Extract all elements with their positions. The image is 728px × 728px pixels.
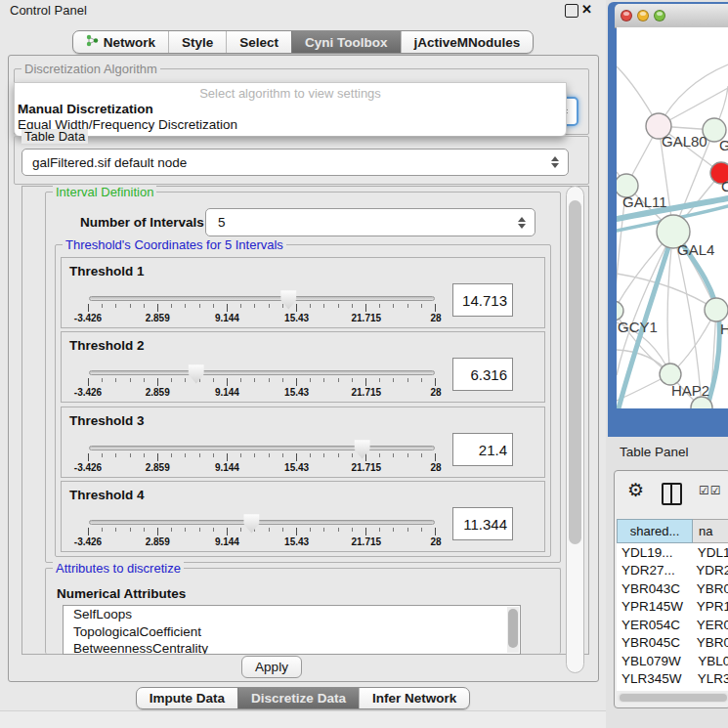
numerical-attributes-list[interactable]: SelfLoopsTopologicalCoefficientBetweenne…: [63, 605, 521, 655]
threshold-4-slider-track[interactable]: [89, 520, 435, 525]
tab-label: jActiveMNodules: [414, 35, 521, 50]
cell-shared-name[interactable]: YBR045C: [617, 635, 691, 650]
close-light-icon[interactable]: [621, 10, 632, 21]
control-panel-titlebar: Control Panel ✕: [0, 0, 606, 23]
tab-discretize-data[interactable]: Discretize Data: [237, 688, 359, 708]
combo-stepper-icon: [551, 156, 559, 168]
tab-style[interactable]: Style: [168, 31, 226, 53]
tick-label: 2.859: [146, 462, 170, 473]
tab-jactivemnodules[interactable]: jActiveMNodules: [401, 31, 534, 53]
cell-shared-name[interactable]: YDL19...: [617, 545, 692, 560]
attributes-scrollbar-thumb[interactable]: [508, 609, 518, 648]
tab-infer-network[interactable]: Infer Network: [359, 688, 469, 708]
table-data-combobox[interactable]: galFiltered.sif default node: [21, 149, 569, 176]
threshold-2-value-field[interactable]: 6.316: [452, 358, 513, 391]
table-hscrollbar-thumb[interactable]: [620, 694, 727, 702]
number-of-intervals-combobox[interactable]: 5: [205, 208, 535, 236]
bottom-tab-bar: Impute DataDiscretize DataInfer Network: [0, 687, 606, 709]
table-data-label: Table Data: [21, 129, 88, 144]
select-columns-icon[interactable]: ☑☑: [699, 484, 722, 497]
network-canvas[interactable]: GAL80GCGAL11GAL4GCY1HHAP2: [617, 27, 728, 408]
network-icon: [86, 34, 99, 50]
network-node[interactable]: [705, 298, 728, 321]
tick-label: 2.859: [146, 313, 170, 323]
vertical-scrollbar-thumb[interactable]: [569, 200, 581, 544]
network-node[interactable]: [617, 301, 623, 321]
slider-ticks: [88, 528, 436, 535]
tick-label: -3.426: [74, 462, 102, 473]
cell-name[interactable]: YBR0: [691, 635, 728, 650]
cell-shared-name[interactable]: YBR043C: [617, 581, 691, 596]
table-row[interactable]: YBL079WYBL0: [617, 652, 728, 670]
vertical-scrollbar[interactable]: [566, 186, 584, 673]
cell-name[interactable]: YER0: [691, 618, 728, 632]
slider-ticks: [88, 453, 436, 461]
threshold-3-value-field[interactable]: 21.4: [452, 433, 513, 466]
cell-name[interactable]: YDL1: [692, 545, 728, 560]
tab-cyni-toolbox[interactable]: Cyni Toolbox: [291, 31, 401, 53]
split-columns-icon[interactable]: [662, 483, 682, 505]
cell-shared-name[interactable]: YPR145W: [617, 599, 691, 614]
tick-label: 28: [430, 462, 441, 473]
cell-shared-name[interactable]: YER054C: [617, 618, 691, 632]
zoom-light-icon[interactable]: [654, 10, 665, 21]
tick-label: -3.426: [74, 536, 102, 547]
cell-shared-name[interactable]: YBL079W: [617, 654, 692, 668]
option-equal-width-frequency[interactable]: Equal Width/Frequency Discretization: [18, 117, 563, 133]
attribute-item[interactable]: SelfLoops: [64, 606, 520, 623]
tab-label: Select: [239, 35, 278, 50]
threshold-2-box: Threshold 2 -3.4262.8599.14415.4321.7152…: [61, 331, 545, 403]
network-node-label: HAP2: [671, 382, 709, 399]
table-horizontal-scrollbar[interactable]: [618, 693, 728, 703]
threshold-1-value-field[interactable]: 14.713: [452, 283, 513, 317]
float-panel-icon[interactable]: [565, 4, 578, 18]
threshold-2-slider-track[interactable]: [89, 370, 435, 375]
table-row[interactable]: YIL052CYIL0: [617, 688, 728, 691]
column-header-shared-name[interactable]: shared...: [617, 519, 693, 543]
table-row[interactable]: YDR27...YDR2: [617, 562, 728, 580]
gear-icon[interactable]: ⚙: [627, 479, 644, 501]
tab-select[interactable]: Select: [226, 31, 291, 53]
threshold-4-label: Threshold 4: [69, 488, 145, 502]
table-row[interactable]: YLR345WYLR3: [617, 670, 728, 689]
tick-label: 21.715: [352, 462, 382, 473]
cell-name[interactable]: YLR3: [692, 671, 728, 686]
minimize-light-icon[interactable]: [637, 10, 649, 21]
network-window-titlebar[interactable]: [615, 4, 728, 28]
option-manual-discretization[interactable]: Manual Discretization: [18, 102, 563, 117]
column-header-name[interactable]: na: [693, 519, 728, 543]
table-row[interactable]: YBR043CYBR0: [617, 579, 728, 598]
table-row[interactable]: YBR045CYBR0: [617, 634, 728, 653]
threshold-2-label: Threshold 2: [69, 338, 145, 353]
attribute-item[interactable]: TopologicalCoefficient: [64, 623, 520, 641]
cell-name[interactable]: YDR2: [690, 563, 728, 578]
threshold-1-box: Threshold 1 -3.4262.8599.14415.4321.7152…: [61, 257, 545, 328]
cell-shared-name[interactable]: YLR345W: [617, 671, 692, 686]
threshold-3-slider-track[interactable]: [89, 446, 435, 450]
tick-label: 28: [430, 536, 441, 547]
table-row[interactable]: YER054CYER0: [617, 616, 728, 634]
cell-name[interactable]: YPR1: [691, 599, 728, 614]
tick-label: 15.43: [284, 462, 309, 473]
cell-shared-name[interactable]: YDR27...: [617, 563, 690, 578]
cell-shared-name[interactable]: YIL052C: [617, 690, 693, 691]
bottom-strip: [0, 710, 606, 728]
apply-button[interactable]: Apply: [241, 656, 302, 678]
network-graph: GAL80GCGAL11GAL4GCY1HHAP2: [617, 27, 728, 408]
tick-label: 28: [430, 387, 441, 398]
attribute-item[interactable]: BetweennessCentrality: [64, 640, 520, 655]
attributes-list-scrollbar[interactable]: [507, 607, 519, 653]
table-row[interactable]: YPR145WYPR1: [617, 598, 728, 617]
slider-tick-labels: -3.4262.8599.14415.4321.71528: [88, 313, 436, 324]
cell-name[interactable]: YBL0: [692, 654, 728, 668]
network-node-label: G: [719, 137, 728, 153]
tab-network[interactable]: Network: [73, 31, 168, 53]
threshold-4-value-field[interactable]: 11.344: [452, 507, 513, 540]
threshold-1-label: Threshold 1: [69, 264, 145, 278]
cell-name[interactable]: YBR0: [691, 581, 728, 596]
threshold-1-slider-track[interactable]: [89, 296, 435, 301]
table-row[interactable]: YDL19...YDL1: [617, 543, 728, 562]
cell-name[interactable]: YIL0: [693, 690, 726, 691]
tab-impute-data[interactable]: Impute Data: [137, 688, 237, 708]
close-panel-icon[interactable]: ✕: [581, 2, 592, 17]
